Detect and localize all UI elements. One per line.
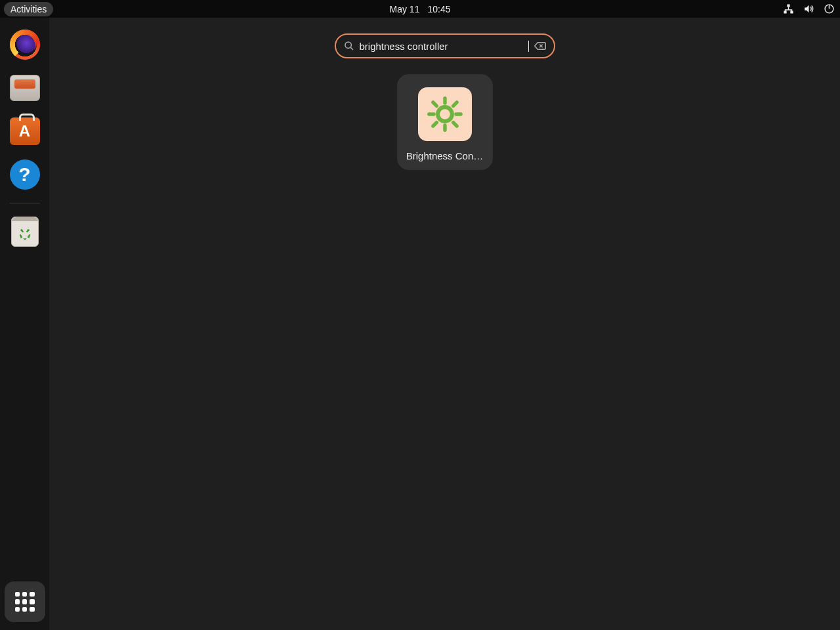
svg-line-14 [432, 102, 436, 106]
svg-rect-2 [790, 10, 793, 13]
firefox-icon [10, 30, 40, 60]
show-applications-button[interactable] [5, 581, 45, 622]
search-result-label: Brightness Con… [406, 150, 484, 161]
activities-button[interactable]: Activities [4, 2, 53, 16]
clock[interactable]: May 11 10:45 [390, 4, 451, 14]
clear-search-icon[interactable] [534, 41, 546, 51]
svg-line-6 [350, 47, 353, 50]
brightness-icon [418, 87, 472, 141]
svg-point-5 [345, 42, 351, 48]
volume-icon[interactable] [803, 3, 814, 14]
help-icon: ? [10, 159, 40, 190]
search-bar[interactable] [335, 33, 555, 58]
dock-item-firefox[interactable] [10, 30, 40, 60]
software-store-icon: A [10, 117, 40, 145]
search-result-brightness-controller[interactable]: Brightness Con… [397, 74, 493, 170]
dock-separator [10, 203, 40, 203]
clock-date: May 11 [390, 4, 420, 14]
grid-icon [15, 592, 35, 612]
power-icon[interactable] [824, 3, 835, 14]
top-bar: Activities May 11 10:45 [0, 0, 840, 18]
dock-item-files[interactable] [10, 73, 40, 103]
svg-rect-0 [787, 4, 789, 7]
svg-point-9 [438, 107, 452, 121]
dock-item-software[interactable]: A [10, 116, 40, 146]
dock-item-trash[interactable] [10, 217, 40, 247]
search-icon [344, 41, 354, 51]
svg-line-16 [432, 123, 436, 126]
dock: A ? [0, 18, 49, 630]
activities-overview: Brightness Con… [49, 18, 840, 630]
svg-rect-1 [784, 10, 786, 13]
clock-time: 10:45 [427, 4, 450, 14]
dock-item-help[interactable]: ? [10, 159, 40, 190]
trash-icon [11, 217, 39, 247]
status-area[interactable] [783, 3, 835, 14]
files-icon [10, 75, 40, 101]
svg-line-15 [453, 123, 456, 126]
search-input[interactable] [360, 41, 529, 52]
svg-line-17 [453, 102, 456, 106]
network-wired-icon[interactable] [783, 3, 794, 14]
